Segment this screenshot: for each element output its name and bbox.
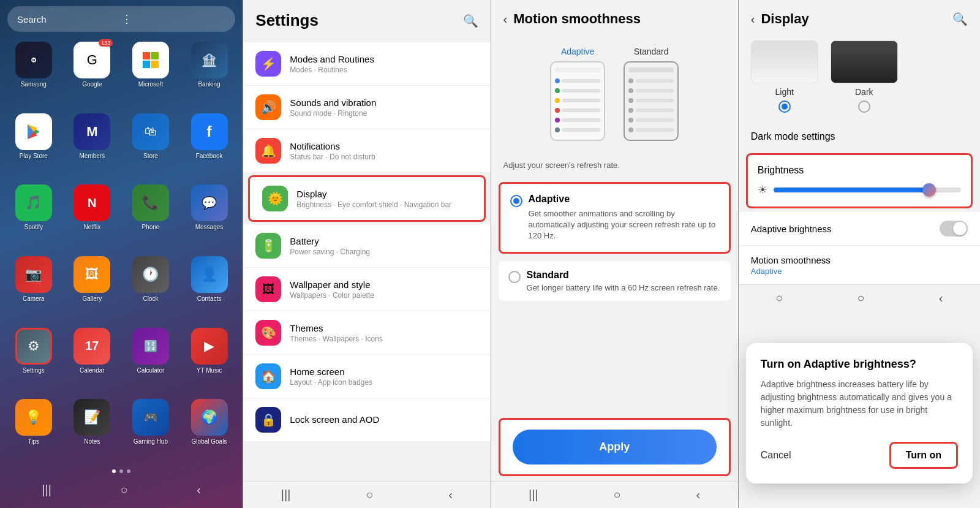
settings-nav-back[interactable]: ‹	[448, 488, 453, 502]
dark-label: Dark	[855, 87, 873, 97]
adaptive-brightness-row[interactable]: Adaptive brightness	[739, 212, 980, 245]
homescreen-title: Home screen	[290, 366, 478, 377]
app-item-samsung[interactable]: ⚙ Samsung	[7, 42, 60, 107]
settings-item-lockscreen[interactable]: 🔒 Lock screen and AOD	[243, 398, 490, 442]
dark-radio	[858, 100, 870, 113]
app-label-gaminghub: Gaming Hub	[134, 438, 168, 445]
theme-dark[interactable]: Dark	[831, 40, 898, 113]
app-item-contacts[interactable]: 👤 Contacts	[183, 256, 236, 322]
app-item-settings[interactable]: ⚙ Settings	[7, 328, 60, 393]
app-item-tips[interactable]: 💡 Tips	[7, 399, 60, 464]
settings-item-themes[interactable]: 🎨 Themes Themes · Wallpapers · Icons	[243, 311, 490, 355]
settings-item-notifications[interactable]: 🔔 Notifications Status bar · Do not dist…	[243, 129, 490, 173]
adaptive-brightness-toggle[interactable]	[940, 221, 968, 237]
lockscreen-title: Lock screen and AOD	[290, 414, 478, 425]
app-icon-samsung: ⚙	[15, 42, 52, 78]
app-item-camera[interactable]: 📷 Camera	[7, 256, 60, 322]
app-item-phone[interactable]: 📞 Phone	[124, 184, 177, 250]
app-icon-camera: 📷	[15, 256, 52, 293]
settings-item-display[interactable]: 🌞 Display Brightness · Eye comfort shiel…	[248, 175, 485, 222]
standard-content: Standard Get longer battery life with a …	[527, 270, 720, 292]
settings-item-battery[interactable]: 🔋 Battery Power saving · Charging	[243, 224, 490, 268]
lockscreen-text: Lock screen and AOD	[290, 414, 478, 426]
app-item-calculator[interactable]: 🔢 Calculator	[124, 328, 177, 393]
app-item-netflix[interactable]: N Netflix	[66, 184, 119, 250]
app-label-tips: Tips	[28, 438, 40, 445]
app-item-store[interactable]: 🛍 Store	[124, 113, 177, 179]
motion-smoothness-row[interactable]: Motion smoothness Adaptive	[739, 246, 980, 284]
themes-title: Themes	[290, 323, 478, 333]
wallpaper-text: Wallpaper and style Wallpapers · Color p…	[290, 279, 478, 300]
adaptive-radio-inner	[513, 198, 519, 204]
display-back-icon[interactable]: ‹	[751, 12, 755, 26]
app-label-netflix: Netflix	[83, 224, 100, 230]
motion-nav-back[interactable]: ‹	[696, 488, 701, 502]
settings-item-modes[interactable]: ⚡ Modes and Routines Modes · Routines	[243, 42, 490, 86]
settings-item-wallpaper[interactable]: 🖼 Wallpaper and style Wallpapers · Color…	[243, 268, 490, 311]
app-item-gallery[interactable]: 🖼 Gallery	[66, 256, 119, 322]
homescreen-panel: Search ⋮ ⚙ Samsung G 133 Google Microsof…	[0, 0, 243, 508]
app-item-spotify[interactable]: 🎵 Spotify	[7, 184, 60, 250]
standard-option-box[interactable]: Standard Get longer battery life with a …	[499, 261, 731, 301]
app-item-globalgoals[interactable]: 🌍 Global Goals	[183, 399, 236, 464]
brightness-slider[interactable]	[774, 184, 961, 196]
app-item-clock[interactable]: 🕐 Clock	[124, 256, 177, 322]
motion-header: ‹ Motion smoothness	[491, 0, 738, 34]
settings-item-sounds[interactable]: 🔊 Sounds and vibration Sound mode · Ring…	[243, 86, 490, 129]
brightness-title: Brightness	[758, 165, 961, 176]
standard-desc: Get longer battery life with a 60 Hz scr…	[527, 283, 720, 292]
modes-icon: ⚡	[255, 51, 281, 77]
nav-back-icon[interactable]: ‹	[197, 483, 201, 497]
settings-nav-recents[interactable]: |||	[281, 488, 291, 502]
homescreen-text: Home screen Layout · App icon badges	[290, 366, 478, 387]
display-nav-recents[interactable]: ○	[775, 291, 783, 305]
app-item-google[interactable]: G 133 Google	[66, 42, 119, 107]
phone-options: Adaptive Standard	[491, 34, 738, 153]
app-item-banking[interactable]: 🏦 Banking	[183, 42, 236, 107]
dialog-turn-on-button[interactable]: Turn on	[889, 442, 958, 469]
app-item-gaminghub[interactable]: 🎮 Gaming Hub	[124, 399, 177, 464]
app-grid: ⚙ Samsung G 133 Google Microsoft 🏦 Banki…	[7, 42, 235, 464]
modes-subtitle: Modes · Routines	[290, 66, 478, 74]
search-bar[interactable]: Search ⋮	[7, 6, 235, 32]
settings-nav-home[interactable]: ○	[366, 488, 373, 502]
dialog-cancel-button[interactable]: Cancel	[761, 450, 791, 461]
settings-header: Settings 🔍	[243, 0, 490, 37]
theme-light[interactable]: Light	[751, 40, 818, 113]
svg-rect-2	[143, 61, 150, 68]
brightness-row: ☀	[758, 183, 961, 197]
display-search-icon[interactable]: 🔍	[952, 12, 968, 26]
app-item-microsoft[interactable]: Microsoft	[124, 42, 177, 107]
app-label-facebook: Facebook	[196, 153, 223, 159]
phone-option-standard[interactable]: Standard	[624, 47, 679, 141]
motion-nav-home[interactable]: ○	[614, 488, 621, 502]
app-item-members[interactable]: M Members	[66, 113, 119, 179]
standard-radio-empty	[508, 271, 521, 283]
app-item-calendar[interactable]: 17 Calendar	[66, 328, 119, 393]
adaptive-option-box[interactable]: Adaptive Get smoother animations and scr…	[499, 182, 731, 254]
apply-button[interactable]: Apply	[513, 430, 717, 464]
phone-option-adaptive[interactable]: Adaptive	[550, 47, 605, 141]
app-item-facebook[interactable]: f Facebook	[183, 113, 236, 179]
settings-item-homescreen[interactable]: 🏠 Home screen Layout · App icon badges	[243, 355, 490, 398]
nav-recents-icon[interactable]: |||	[42, 483, 51, 497]
display-panel: ‹ Display 🔍 Light Dark Dark mode setting…	[739, 0, 980, 508]
dark-mode-settings-label[interactable]: Dark mode settings	[739, 123, 980, 151]
dots-icon[interactable]: ⋮	[121, 12, 225, 26]
display-nav-home[interactable]: ○	[858, 291, 865, 305]
dot-2	[119, 469, 123, 473]
motion-back-icon[interactable]: ‹	[503, 12, 508, 26]
nav-home-icon[interactable]: ○	[121, 483, 128, 497]
app-item-playstore[interactable]: Play Store	[7, 113, 60, 179]
motion-nav-recents[interactable]: |||	[529, 488, 538, 502]
dot-1	[112, 469, 116, 473]
search-icon[interactable]: 🔍	[463, 13, 478, 28]
adaptive-brightness-label: Adaptive brightness	[751, 224, 940, 234]
display-nav-back[interactable]: ‹	[939, 291, 943, 305]
adaptive-mockup	[550, 61, 605, 141]
app-label-microsoft: Microsoft	[138, 81, 164, 88]
battery-subtitle: Power saving · Charging	[290, 248, 478, 256]
app-item-messages[interactable]: 💬 Messages	[183, 184, 236, 250]
app-item-notes[interactable]: 📝 Notes	[66, 399, 119, 464]
app-item-ytmusic[interactable]: ▶ YT Music	[183, 328, 236, 393]
